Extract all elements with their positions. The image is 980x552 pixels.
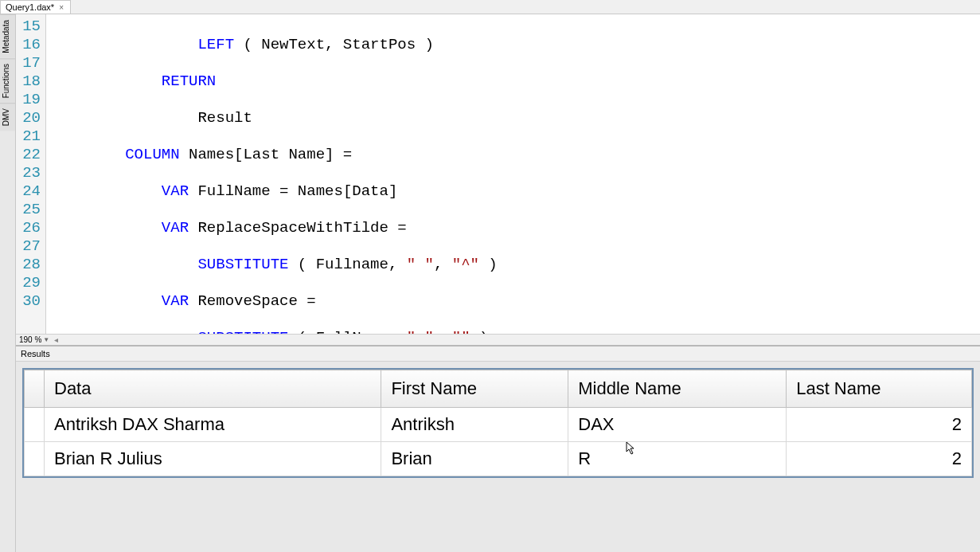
row-selector[interactable] — [25, 442, 45, 476]
line-number: 30 — [19, 292, 41, 311]
file-tab[interactable]: Query1.dax* × — [0, 0, 71, 14]
file-tab-label: Query1.dax* — [6, 2, 54, 12]
line-number: 21 — [19, 127, 41, 146]
side-tab-functions[interactable]: Functions — [0, 58, 15, 103]
table-row[interactable]: Brian R Julius Brian R 2 — [25, 442, 972, 476]
col-last-name[interactable]: Last Name — [787, 370, 972, 408]
results-panel: Results Data First Name Middle Name Last… — [16, 345, 980, 552]
main-area: Metadata Functions DMV 15161718192021222… — [0, 14, 980, 552]
line-number: 15 — [19, 18, 41, 36]
table-row[interactable]: Antriksh DAX Sharma Antriksh DAX 2 — [25, 408, 972, 442]
side-tabs: Metadata Functions DMV — [0, 14, 16, 552]
line-number: 16 — [19, 36, 41, 54]
tab-bar: Query1.dax* × — [0, 0, 980, 14]
code-body[interactable]: LEFT ( NewText, StartPos ) RETURN Result… — [46, 14, 980, 334]
cell-middle: DAX — [568, 408, 787, 442]
side-tab-dmv[interactable]: DMV — [0, 103, 15, 131]
results-header[interactable]: Results — [16, 346, 980, 362]
cell-last: 2 — [787, 408, 972, 442]
line-number: 22 — [19, 146, 41, 164]
line-number: 28 — [19, 256, 41, 274]
line-number: 20 — [19, 109, 41, 127]
cell-data: Antriksh DAX Sharma — [45, 408, 381, 442]
line-number: 25 — [19, 201, 41, 219]
line-number: 26 — [19, 219, 41, 237]
line-number: 23 — [19, 164, 41, 182]
close-icon[interactable]: × — [57, 3, 65, 12]
chevron-down-icon[interactable]: ▼ — [43, 336, 49, 343]
line-number: 27 — [19, 237, 41, 256]
zoom-level[interactable]: 190 % — [19, 335, 41, 344]
line-gutter: 15161718192021222324252627282930 — [16, 14, 46, 334]
col-middle-name[interactable]: Middle Name — [568, 370, 787, 408]
cell-middle: R — [568, 442, 787, 476]
line-number: 17 — [19, 54, 41, 72]
line-number: 24 — [19, 182, 41, 201]
table-header-row: Data First Name Middle Name Last Name — [25, 370, 972, 408]
results-table: Data First Name Middle Name Last Name An… — [22, 368, 974, 478]
col-data[interactable]: Data — [45, 370, 381, 408]
cell-last: 2 — [787, 442, 972, 476]
cell-first: Antriksh — [381, 408, 568, 442]
line-number: 29 — [19, 274, 41, 292]
editor-wrap: 15161718192021222324252627282930 LEFT ( … — [16, 14, 980, 552]
side-tab-metadata[interactable]: Metadata — [0, 14, 15, 58]
col-first-name[interactable]: First Name — [381, 370, 568, 408]
cell-first: Brian — [381, 442, 568, 476]
row-selector[interactable] — [25, 408, 45, 442]
row-selector-header[interactable] — [25, 370, 45, 408]
line-number: 18 — [19, 72, 41, 91]
scroll-left-icon[interactable]: ◂ — [54, 335, 58, 344]
code-editor[interactable]: 15161718192021222324252627282930 LEFT ( … — [16, 14, 980, 334]
results-body: Data First Name Middle Name Last Name An… — [16, 362, 980, 552]
zoom-bar: 190 % ▼ ◂ — [16, 334, 980, 345]
cell-data: Brian R Julius — [45, 442, 381, 476]
line-number: 19 — [19, 91, 41, 109]
